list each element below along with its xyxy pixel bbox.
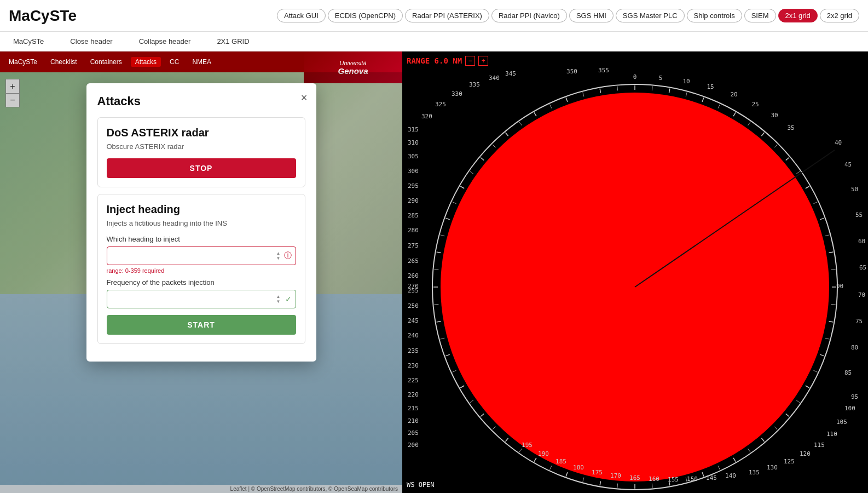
svg-text:135: 135: [749, 469, 760, 476]
nav-tab-ship-controls[interactable]: Ship controls: [687, 9, 742, 22]
nav-tab-radar-ppi--navico-[interactable]: Radar PPI (Navico): [491, 9, 567, 22]
svg-text:335: 335: [469, 81, 480, 88]
radar-svg: 0 5 10 15 20 25 30 35 40 45 50 55 60 65 …: [402, 51, 868, 493]
svg-text:35: 35: [787, 124, 794, 131]
map-tab-containers[interactable]: Containers: [86, 57, 126, 67]
svg-text:300: 300: [408, 168, 419, 175]
nav-tab-radar-ppi--asterix-[interactable]: Radar PPI (ASTERIX): [405, 9, 489, 22]
svg-text:90: 90: [836, 283, 843, 290]
svg-text:160: 160: [649, 475, 659, 483]
uni-line1: Università: [340, 60, 367, 66]
svg-text:85: 85: [844, 369, 852, 376]
svg-text:165: 165: [629, 474, 640, 481]
dos-asterix-stop-button[interactable]: STOP: [107, 158, 296, 178]
svg-text:95: 95: [851, 393, 858, 400]
nav-tab-siem[interactable]: SIEM: [744, 9, 776, 22]
nav-tab-sgs-master-plc[interactable]: SGS Master PLC: [616, 9, 685, 22]
svg-text:125: 125: [784, 458, 795, 465]
heading-error-icon: ⓘ: [284, 251, 292, 261]
svg-text:70: 70: [858, 291, 865, 299]
svg-text:355: 355: [598, 67, 609, 74]
svg-text:285: 285: [408, 212, 419, 219]
svg-text:130: 130: [767, 464, 778, 471]
svg-text:40: 40: [835, 139, 842, 146]
svg-text:195: 195: [522, 442, 533, 449]
nav-tabs: Attack GUIECDIS (OpenCPN)Radar PPI (ASTE…: [277, 9, 859, 22]
secondary-tab-2x1-grid[interactable]: 2X1 GRID: [204, 35, 262, 48]
svg-text:45: 45: [844, 161, 852, 168]
right-panel: 0 5 10 15 20 25 30 35 40 45 50 55 60 65 …: [402, 51, 868, 493]
heading-down-arrow[interactable]: ▼: [276, 256, 281, 261]
svg-text:215: 215: [408, 405, 419, 412]
svg-text:180: 180: [573, 464, 584, 471]
main-content: MaCySTe Checklist Containers Attacks CC …: [0, 51, 868, 493]
attack-card-inject-heading: Inject heading Injects a fictitious head…: [97, 194, 305, 344]
attack-card-dos-asterix: DoS ASTERIX radar Obscure ASTERIX radar …: [97, 117, 305, 187]
svg-text:240: 240: [408, 332, 419, 339]
svg-text:80: 80: [851, 344, 858, 351]
modal-overlay: Attacks × DoS ASTERIX radar Obscure ASTE…: [0, 72, 402, 493]
top-bar: MaCySTe Attack GUIECDIS (OpenCPN)Radar P…: [0, 0, 868, 32]
frequency-input-wrapper: ▲ ▼ ✓: [107, 290, 296, 308]
svg-text:280: 280: [408, 227, 419, 234]
radar-range-decrease-button[interactable]: −: [465, 56, 475, 66]
radar-info-bar: RANGE 6.0 NM − +: [407, 56, 488, 66]
frequency-check-icon: ✓: [285, 295, 292, 303]
svg-text:75: 75: [855, 318, 863, 325]
svg-text:145: 145: [706, 474, 717, 481]
map-background: MaCySTe Checklist Containers Attacks CC …: [0, 51, 402, 493]
map-inner-bar: MaCySTe Checklist Containers Attacks CC …: [0, 51, 402, 72]
svg-text:345: 345: [505, 70, 516, 77]
inject-heading-description: Injects a fictitious heading into the IN…: [107, 219, 296, 227]
inject-heading-start-button[interactable]: START: [107, 315, 296, 335]
left-panel: MaCySTe Checklist Containers Attacks CC …: [0, 51, 402, 493]
svg-text:225: 225: [408, 377, 419, 384]
heading-spinner: ▲ ▼: [276, 251, 281, 261]
svg-text:110: 110: [826, 431, 837, 438]
dos-asterix-title: DoS ASTERIX radar: [107, 127, 296, 139]
svg-text:315: 315: [408, 126, 419, 133]
dos-asterix-description: Obscure ASTERIX radar: [107, 142, 296, 151]
nav-tab-sgs-hmi[interactable]: SGS HMI: [569, 9, 614, 22]
heading-input-wrapper: ▲ ▼ ⓘ: [107, 246, 296, 265]
radar-range-label: RANGE 6.0 NM: [407, 56, 462, 65]
heading-hint: range: 0-359 required: [107, 267, 296, 274]
svg-text:10: 10: [682, 78, 690, 85]
map-tab-attacks[interactable]: Attacks: [131, 57, 161, 67]
heading-up-arrow[interactable]: ▲: [276, 251, 281, 256]
radar-range-increase-button[interactable]: +: [478, 56, 488, 66]
modal-close-button[interactable]: ×: [301, 92, 308, 103]
secondary-tab-macyste[interactable]: MaCySTe: [0, 35, 57, 48]
svg-text:20: 20: [730, 91, 737, 98]
nav-tab-attack-gui[interactable]: Attack GUI: [277, 9, 326, 22]
svg-text:210: 210: [408, 417, 419, 425]
svg-text:265: 265: [408, 257, 419, 265]
svg-text:305: 305: [408, 153, 419, 160]
nav-tab-2x1-grid[interactable]: 2x1 grid: [778, 9, 818, 22]
svg-text:60: 60: [858, 238, 865, 245]
frequency-up-arrow[interactable]: ▲: [276, 295, 281, 299]
svg-text:290: 290: [408, 197, 419, 204]
secondary-tab-collapse-header[interactable]: Collapse header: [126, 35, 204, 48]
frequency-down-arrow[interactable]: ▼: [276, 300, 281, 304]
map-tab-cc[interactable]: CC: [165, 57, 183, 67]
frequency-input[interactable]: [107, 290, 296, 308]
nav-tab-ecdis--opencpn-[interactable]: ECDIS (OpenCPN): [328, 9, 403, 22]
svg-text:120: 120: [800, 450, 811, 457]
svg-text:230: 230: [408, 362, 419, 369]
map-tab-nmea[interactable]: NMEA: [188, 57, 216, 67]
heading-input[interactable]: [107, 246, 296, 265]
map-tab-macyste[interactable]: MaCySTe: [4, 57, 42, 67]
svg-text:55: 55: [855, 211, 863, 219]
inject-heading-title: Inject heading: [107, 203, 296, 216]
secondary-tab-close-header[interactable]: Close header: [57, 35, 125, 48]
svg-text:270: 270: [408, 283, 419, 290]
map-tab-checklist[interactable]: Checklist: [46, 57, 82, 67]
svg-text:330: 330: [452, 90, 462, 98]
svg-text:200: 200: [408, 442, 419, 449]
secondary-bar: MaCySTeClose headerCollapse header2X1 GR…: [0, 32, 868, 51]
svg-text:150: 150: [687, 475, 698, 483]
nav-tab-2x2-grid[interactable]: 2x2 grid: [820, 9, 859, 22]
svg-text:250: 250: [408, 302, 419, 309]
svg-text:15: 15: [707, 83, 714, 90]
